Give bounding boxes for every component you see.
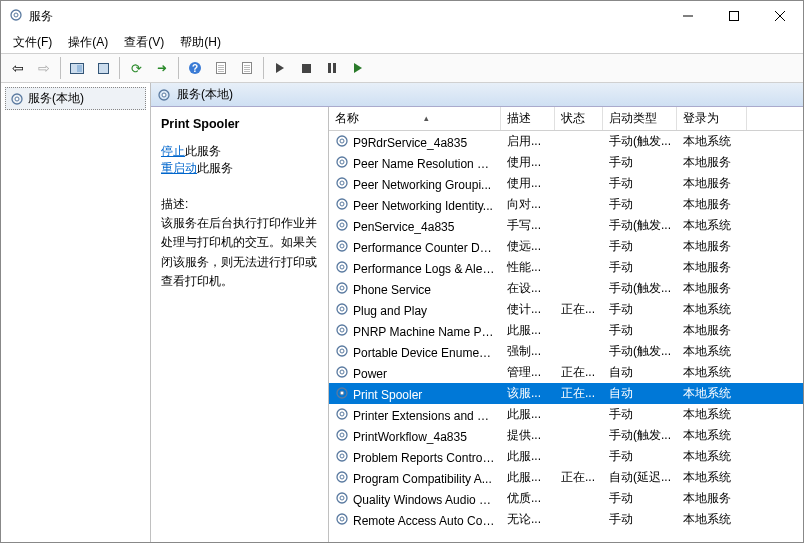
service-desc: 使用... [501, 154, 555, 171]
tree-root-services-local[interactable]: 服务(本地) [5, 87, 146, 110]
service-logon: 本地系统 [677, 133, 747, 150]
menu-view[interactable]: 查看(V) [116, 32, 172, 53]
gear-icon [335, 470, 349, 484]
service-logon: 本地系统 [677, 469, 747, 486]
forward-button[interactable]: ⇨ [32, 56, 56, 80]
gear-icon [335, 428, 349, 442]
toolbar-separator [263, 57, 264, 79]
menu-file[interactable]: 文件(F) [5, 32, 60, 53]
gear-icon [335, 491, 349, 505]
service-row[interactable]: Peer Networking Groupi...使用...手动本地服务 [329, 173, 803, 194]
pause-service-button[interactable] [320, 56, 344, 80]
service-row[interactable]: Power管理...正在...自动本地系统 [329, 362, 803, 383]
service-desc: 性能... [501, 259, 555, 276]
service-row[interactable]: Plug and Play使计...正在...手动本地系统 [329, 299, 803, 320]
restart-service-link[interactable]: 重启动 [161, 161, 197, 175]
service-row[interactable]: Quality Windows Audio V...优质...手动本地服务 [329, 488, 803, 509]
svg-point-19 [340, 223, 344, 227]
service-row[interactable]: Portable Device Enumera...强制...手动(触发...本… [329, 341, 803, 362]
service-name: Program Compatibility A... [353, 472, 492, 486]
service-logon: 本地服务 [677, 490, 747, 507]
svg-point-1 [14, 13, 18, 17]
service-desc: 使用... [501, 175, 555, 192]
service-desc: 此服... [501, 322, 555, 339]
service-row[interactable]: PenService_4a835手写...手动(触发...本地系统 [329, 215, 803, 236]
action-menu-button[interactable] [235, 56, 259, 80]
col-logon[interactable]: 登录为 [677, 107, 747, 130]
service-name: PenService_4a835 [353, 220, 454, 234]
description-label: 描述: [161, 195, 318, 214]
svg-rect-3 [730, 12, 739, 21]
service-row[interactable]: PrintWorkflow_4a835提供...手动(触发...本地系统 [329, 425, 803, 446]
service-desc: 使计... [501, 301, 555, 318]
service-logon: 本地系统 [677, 364, 747, 381]
service-startup: 手动 [603, 301, 677, 318]
service-logon: 本地系统 [677, 301, 747, 318]
service-row[interactable]: Remote Access Auto Con...无论...手动本地系统 [329, 509, 803, 530]
col-name[interactable]: 名称▴ [329, 107, 501, 130]
service-row[interactable]: Peer Networking Identity...向对...手动本地服务 [329, 194, 803, 215]
right-pane: 服务(本地) Print Spooler 停止此服务 重启动此服务 描述: 该服… [151, 83, 803, 542]
svg-point-29 [340, 328, 344, 332]
service-row[interactable]: Problem Reports Control...此服...手动本地系统 [329, 446, 803, 467]
service-row[interactable]: PNRP Machine Name Pu...此服...手动本地服务 [329, 320, 803, 341]
gear-icon [335, 323, 349, 337]
service-row[interactable]: P9RdrService_4a835启用...手动(触发...本地系统 [329, 131, 803, 152]
restart-service-line: 重启动此服务 [161, 160, 318, 177]
service-row[interactable]: Print Spooler该服...正在...自动本地系统 [329, 383, 803, 404]
gear-icon [335, 449, 349, 463]
service-row[interactable]: Performance Counter DL...使远...手动本地服务 [329, 236, 803, 257]
col-status[interactable]: 状态 [555, 107, 603, 130]
service-row[interactable]: Performance Logs & Aler...性能...手动本地服务 [329, 257, 803, 278]
service-startup: 手动 [603, 175, 677, 192]
service-row[interactable]: Phone Service在设...手动(触发...本地服务 [329, 278, 803, 299]
refresh-button[interactable]: ⟳ [124, 56, 148, 80]
service-logon: 本地系统 [677, 427, 747, 444]
service-startup: 手动 [603, 322, 677, 339]
description-pane: Print Spooler 停止此服务 重启动此服务 描述: 该服务在后台执行打… [151, 107, 329, 542]
service-name: Problem Reports Control... [353, 451, 495, 465]
toolbar-separator [178, 57, 179, 79]
start-service-button[interactable] [268, 56, 292, 80]
properties-button[interactable] [209, 56, 233, 80]
service-row[interactable]: Program Compatibility A...此服...正在...自动(延… [329, 467, 803, 488]
list-header-title: 服务(本地) [177, 86, 233, 103]
help-button[interactable]: ? [183, 56, 207, 80]
services-rows[interactable]: P9RdrService_4a835启用...手动(触发...本地系统Peer … [329, 131, 803, 542]
service-logon: 本地系统 [677, 448, 747, 465]
toolbar: ⇦ ⇨ ⟳ ➜ ? [1, 53, 803, 83]
restart-service-button[interactable] [346, 56, 370, 80]
service-logon: 本地系统 [677, 406, 747, 423]
svg-point-35 [340, 391, 344, 395]
menu-action[interactable]: 操作(A) [60, 32, 116, 53]
menu-help[interactable]: 帮助(H) [172, 32, 229, 53]
col-desc[interactable]: 描述 [501, 107, 555, 130]
svg-point-33 [340, 370, 344, 374]
minimize-button[interactable] [665, 1, 711, 31]
service-name: Peer Name Resolution Pr... [353, 157, 498, 171]
services-app-icon [9, 8, 23, 25]
properties-button-2[interactable] [91, 56, 115, 80]
tree-pane[interactable]: 服务(本地) [1, 83, 151, 542]
show-hide-tree-button[interactable] [65, 56, 89, 80]
svg-point-25 [340, 286, 344, 290]
stop-service-button[interactable] [294, 56, 318, 80]
service-logon: 本地系统 [677, 511, 747, 528]
close-button[interactable] [757, 1, 803, 31]
service-row[interactable]: Peer Name Resolution Pr...使用...手动本地服务 [329, 152, 803, 173]
service-logon: 本地服务 [677, 175, 747, 192]
service-logon: 本地服务 [677, 280, 747, 297]
maximize-button[interactable] [711, 1, 757, 31]
col-startup[interactable]: 启动类型 [603, 107, 677, 130]
title-bar[interactable]: 服务 [1, 1, 803, 31]
service-desc: 启用... [501, 133, 555, 150]
export-list-button[interactable]: ➜ [150, 56, 174, 80]
service-name: Peer Networking Identity... [353, 199, 493, 213]
svg-point-23 [340, 265, 344, 269]
svg-point-47 [340, 517, 344, 521]
service-row[interactable]: Printer Extensions and N...此服...手动本地系统 [329, 404, 803, 425]
service-name: PrintWorkflow_4a835 [353, 430, 467, 444]
back-button[interactable]: ⇦ [6, 56, 30, 80]
stop-service-link[interactable]: 停止 [161, 144, 185, 158]
gear-icon [335, 365, 349, 379]
